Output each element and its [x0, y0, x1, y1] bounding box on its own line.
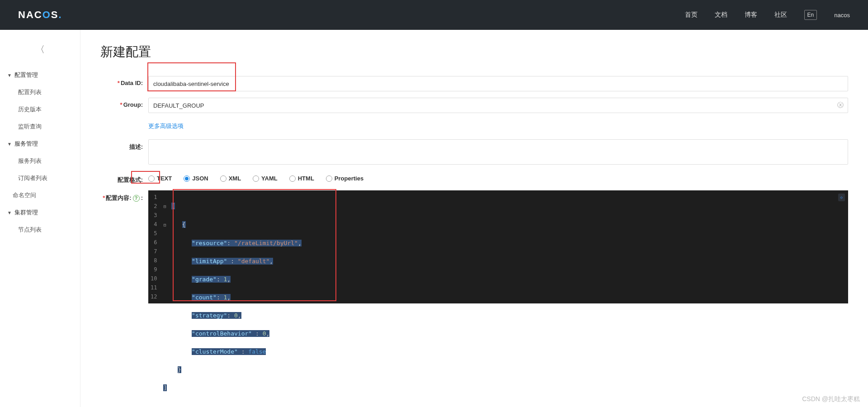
- more-options-link[interactable]: 更多高级选项: [148, 119, 184, 133]
- help-icon[interactable]: ?: [133, 195, 140, 202]
- sidebar-group-config[interactable]: ▼配置管理: [0, 66, 80, 84]
- main-content: 新建配置 *Data ID: *Group: ⓧ 更多高级选项 描述: 配置格式…: [80, 30, 868, 407]
- nav-docs[interactable]: 文档: [715, 11, 727, 19]
- format-radio-group: TEXT JSON XML YAML HTML Properties: [148, 172, 848, 182]
- group-label: 集群管理: [14, 208, 38, 217]
- radio-json[interactable]: JSON: [184, 175, 208, 182]
- sidebar-item-config-list[interactable]: 配置列表: [0, 84, 80, 101]
- back-icon[interactable]: 〈: [0, 43, 80, 56]
- label-dataid: *Data ID:: [100, 76, 148, 86]
- page-title: 新建配置: [100, 43, 848, 61]
- logo-text: NACOS.: [18, 9, 62, 21]
- editor-gutter: 123 456 789 101112: [149, 191, 160, 303]
- sidebar-group-cluster[interactable]: ▼集群管理: [0, 204, 80, 221]
- group-input[interactable]: [148, 98, 848, 113]
- top-header: NACOS. 首页 文档 博客 社区 En nacos: [0, 0, 868, 30]
- top-nav: 首页 文档 博客 社区 En nacos: [685, 10, 850, 20]
- dataid-input[interactable]: [148, 76, 848, 91]
- nav-blog[interactable]: 博客: [745, 11, 757, 19]
- clear-icon[interactable]: ⓧ: [837, 101, 844, 109]
- sidebar: 〈 ▼配置管理 配置列表 历史版本 监听查询 ▼服务管理 服务列表 订阅者列表 …: [0, 30, 80, 407]
- radio-yaml[interactable]: YAML: [253, 175, 278, 182]
- label-desc: 描述:: [100, 139, 148, 151]
- watermark: CSDN @扎哇太枣糕: [802, 395, 860, 403]
- caret-down-icon: ▼: [7, 210, 12, 215]
- sidebar-item-subscriber[interactable]: 订阅者列表: [0, 170, 80, 187]
- label-format: 配置格式:: [100, 172, 148, 184]
- caret-down-icon: ▼: [7, 73, 12, 78]
- desc-textarea[interactable]: [148, 139, 848, 165]
- code-body[interactable]: ⊟ [ ⊟ { "resource": "/rateLimit/byUrl", …: [160, 191, 301, 303]
- label-content: *配置内容:?:: [100, 190, 148, 202]
- radio-properties[interactable]: Properties: [326, 175, 363, 182]
- radio-text[interactable]: TEXT: [148, 175, 172, 182]
- group-label: 服务管理: [14, 140, 38, 148]
- logo[interactable]: NACOS.: [18, 9, 62, 21]
- sidebar-item-listen[interactable]: 监听查询: [0, 118, 80, 135]
- nav-home[interactable]: 首页: [685, 11, 698, 19]
- editor-settings-icon[interactable]: ⟐: [838, 194, 845, 201]
- radio-html[interactable]: HTML: [289, 175, 314, 182]
- caret-down-icon: ▼: [7, 142, 12, 147]
- sidebar-item-history[interactable]: 历史版本: [0, 101, 80, 118]
- label-group: *Group:: [100, 98, 148, 108]
- nav-community[interactable]: 社区: [774, 11, 787, 19]
- sidebar-group-service[interactable]: ▼服务管理: [0, 135, 80, 152]
- radio-xml[interactable]: XML: [220, 175, 241, 182]
- sidebar-item-namespace[interactable]: 命名空间: [0, 187, 80, 204]
- code-editor[interactable]: 123 456 789 101112 ⊟ [ ⊟ { "resource": "…: [148, 190, 848, 303]
- sidebar-item-node-list[interactable]: 节点列表: [0, 221, 80, 238]
- user-menu[interactable]: nacos: [834, 12, 850, 19]
- sidebar-item-service-list[interactable]: 服务列表: [0, 152, 80, 170]
- language-switch[interactable]: En: [804, 10, 817, 20]
- group-label: 配置管理: [14, 71, 38, 79]
